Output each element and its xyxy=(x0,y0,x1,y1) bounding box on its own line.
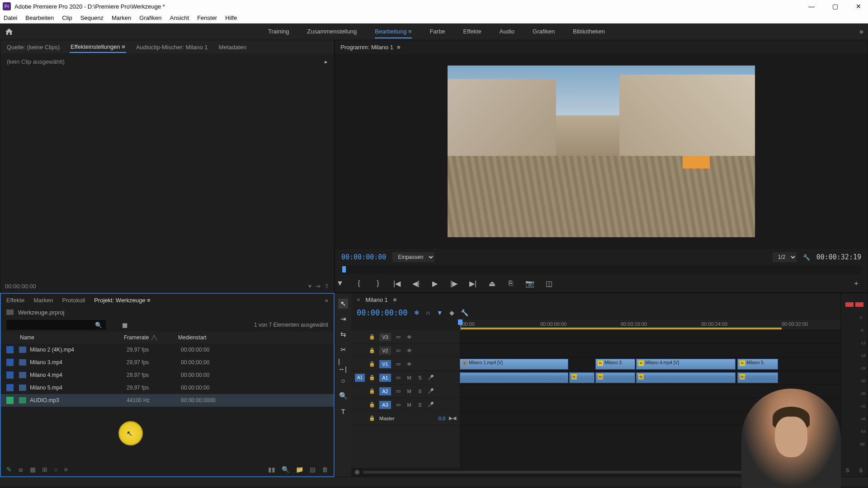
slip-tool[interactable]: |↔| xyxy=(338,360,348,370)
label-chip[interactable] xyxy=(6,359,14,366)
workspace-farbe[interactable]: Farbe xyxy=(430,25,445,38)
mute-button[interactable]: M xyxy=(406,389,413,394)
project-search-input[interactable] xyxy=(6,320,106,330)
workspace-grafiken[interactable]: Grafiken xyxy=(533,25,555,38)
toggle-output-icon[interactable]: 👁 xyxy=(406,361,413,367)
work-area-bar[interactable] xyxy=(461,328,782,329)
sequence-name[interactable]: Milano 1 xyxy=(366,296,388,303)
track-target[interactable]: A3 xyxy=(379,401,391,409)
video-clip[interactable]: fxMilano 4.mp4 [V] xyxy=(636,359,736,370)
menu-marken[interactable]: Marken xyxy=(112,14,131,21)
timeline-timecode[interactable]: 00:00:00:00 xyxy=(357,308,408,317)
source-patch[interactable]: A1 xyxy=(355,374,365,382)
icon-view-icon[interactable]: ▦ xyxy=(30,466,36,473)
extract-button[interactable]: ⎘ xyxy=(506,279,516,287)
sync-lock-icon[interactable]: ▭ xyxy=(395,388,402,394)
snap-icon[interactable]: ❄ xyxy=(414,309,420,316)
track-target[interactable]: A2 xyxy=(379,387,391,395)
sync-lock-icon[interactable]: ▭ xyxy=(395,361,402,367)
sync-lock-icon[interactable]: ▭ xyxy=(395,402,402,408)
lock-icon[interactable]: 🔒 xyxy=(368,361,376,367)
program-monitor-video[interactable] xyxy=(448,66,755,237)
overwrite-icon[interactable]: ⇪ xyxy=(324,282,330,290)
maximize-button[interactable]: ▢ xyxy=(828,3,842,10)
column-framerate[interactable]: Framerate ╱╲ xyxy=(124,334,178,341)
mark-in-icon[interactable]: { xyxy=(354,279,364,287)
audio-clip[interactable] xyxy=(460,372,568,383)
video-track-header[interactable]: 🔒 V2 ▭ 👁 xyxy=(351,344,460,357)
linked-selection-icon[interactable]: ∩ xyxy=(426,309,430,316)
menu-fenster[interactable]: Fenster xyxy=(197,14,217,21)
column-mediastart[interactable]: Medienstart xyxy=(178,334,241,341)
sort-icon[interactable]: ≡ xyxy=(64,466,67,473)
video-track-header[interactable]: 🔒 V1 ▭ 👁 xyxy=(351,357,460,371)
voiceover-icon[interactable]: 🎤 xyxy=(427,375,434,380)
lock-icon[interactable]: 🔒 xyxy=(368,375,376,380)
export-frame-button[interactable]: 📷 xyxy=(525,279,535,288)
automate-icon[interactable]: ▮▮ xyxy=(268,466,275,473)
track-target[interactable]: V2 xyxy=(379,347,391,355)
workspace-training[interactable]: Training xyxy=(268,25,289,38)
project-row[interactable]: Milano 2 (4K).mp4 29,97 fps 00:00:00:00 xyxy=(1,343,334,356)
step-back-button[interactable]: ◀| xyxy=(411,279,421,288)
expand-arrow-icon[interactable]: ▸ xyxy=(325,58,328,65)
program-scrubber[interactable] xyxy=(341,265,861,274)
tab-history[interactable]: Protokoll xyxy=(62,297,85,304)
sync-lock-icon[interactable]: ▭ xyxy=(395,347,402,353)
zoom-slider-icon[interactable]: ○ xyxy=(54,466,57,473)
mark-in-button[interactable]: ▼ xyxy=(335,279,345,287)
audio-track-header[interactable]: A1 🔒 A1 ▭ M S 🎤 xyxy=(351,371,460,385)
fit-dropdown[interactable]: Einpassen xyxy=(392,252,434,262)
marker-icon[interactable]: ◆ xyxy=(449,309,454,316)
lift-button[interactable]: ⏏ xyxy=(487,279,497,288)
razor-tool[interactable]: ✂ xyxy=(338,345,348,355)
track-select-tool[interactable]: ⇥ xyxy=(338,314,348,324)
wrench-icon[interactable]: 🔧 xyxy=(803,254,810,261)
insert-icon[interactable]: ⇥ xyxy=(315,282,321,290)
workspace-effekte[interactable]: Effekte xyxy=(463,25,481,38)
lock-icon[interactable]: 🔒 xyxy=(368,334,376,340)
close-button[interactable]: ✕ xyxy=(852,3,865,10)
audio-clip[interactable]: fx xyxy=(595,372,635,383)
lock-icon[interactable]: 🔒 xyxy=(368,388,376,394)
project-row[interactable]: Milano 5.mp4 29,97 fps 00:00:00:00 xyxy=(1,381,334,394)
audio-clip[interactable]: fx xyxy=(737,372,778,383)
hand-tool[interactable]: 🔍 xyxy=(338,391,348,401)
expand-icon[interactable]: ▶◀ xyxy=(449,415,456,421)
lock-icon[interactable]: 🔒 xyxy=(368,402,376,408)
freeform-view-icon[interactable]: ⊞ xyxy=(42,466,47,473)
list-view-icon[interactable]: ≣ xyxy=(18,466,24,473)
track-lane[interactable] xyxy=(460,344,840,357)
sync-lock-icon[interactable]: ▭ xyxy=(395,375,402,380)
voiceover-icon[interactable]: 🎤 xyxy=(427,388,434,394)
solo-button[interactable]: S xyxy=(416,402,424,408)
menu-datei[interactable]: Datei xyxy=(4,14,17,21)
project-row[interactable]: AUDIO.mp3 44100 Hz 00:00:00:0000 xyxy=(1,394,334,407)
track-target[interactable]: V1 xyxy=(379,360,391,368)
workspace-audio[interactable]: Audio xyxy=(500,25,514,38)
mark-out-icon[interactable]: } xyxy=(373,279,383,287)
add-button-icon[interactable]: ＋ xyxy=(851,279,861,288)
label-chip[interactable] xyxy=(6,384,14,391)
add-marker-icon[interactable]: ▼ xyxy=(437,309,443,316)
workspace-zusammenstellung[interactable]: Zusammenstellung xyxy=(307,25,357,38)
audio-clip[interactable]: fx xyxy=(636,372,736,383)
track-target[interactable]: A1 xyxy=(379,374,391,382)
trash-icon[interactable]: 🗑 xyxy=(322,466,328,473)
ripple-edit-tool[interactable]: ⇆ xyxy=(338,329,348,339)
video-clip[interactable]: fxMilano 3. xyxy=(595,359,635,370)
toggle-output-icon[interactable]: 👁 xyxy=(406,348,413,353)
close-sequence-icon[interactable]: × xyxy=(357,296,360,303)
minimize-button[interactable]: — xyxy=(805,3,818,10)
video-clip[interactable]: ▪Milano 1.mp4 [V] xyxy=(460,359,568,370)
voiceover-icon[interactable]: 🎤 xyxy=(427,402,434,408)
play-button[interactable]: ▶ xyxy=(430,279,440,288)
sync-lock-icon[interactable]: ▭ xyxy=(395,334,402,340)
audio-track-header[interactable]: 🔒 A2 ▭ M S 🎤 xyxy=(351,385,460,398)
program-timecode[interactable]: 00:00:00:00 xyxy=(341,253,386,261)
go-to-in-button[interactable]: |◀ xyxy=(392,279,402,288)
audio-track-header[interactable]: 🔒 A3 ▭ M S 🎤 xyxy=(351,398,460,412)
workspace-bibliotheken[interactable]: Bibliotheken xyxy=(573,25,605,38)
filter-icon[interactable]: ▾ xyxy=(308,282,311,290)
track-target[interactable]: V3 xyxy=(379,333,391,341)
